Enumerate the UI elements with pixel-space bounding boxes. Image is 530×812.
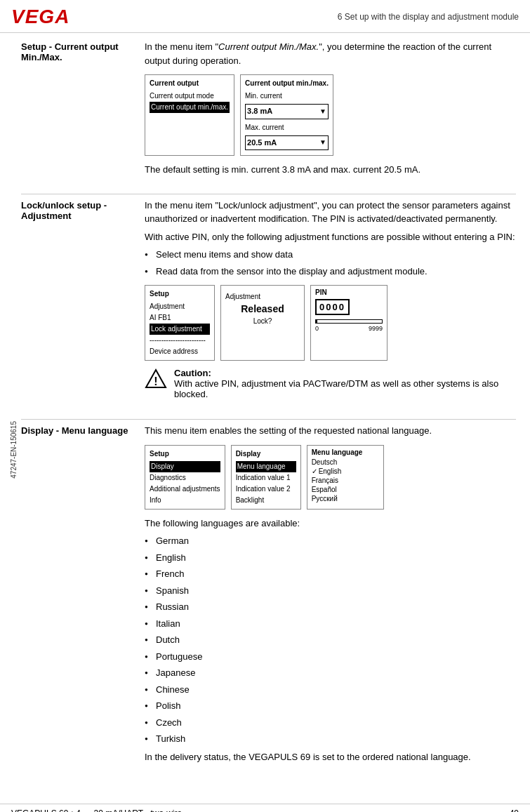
languages-intro: The following languages are available: (145, 517, 516, 531)
lang-item-japanese: Japanese (145, 666, 516, 680)
pin-range: 0 9999 (315, 325, 383, 332)
lock-intro: In the menu item "Lock/unlock adjustment… (145, 199, 516, 226)
lock-bullet-2: Read data from the sensor into the displ… (145, 265, 516, 279)
section-body-lock: In the menu item "Lock/unlock adjustment… (145, 199, 516, 407)
lock-screenshots: Setup Adjustment AI FB1 Lock adjustment … (145, 285, 516, 361)
pin-range-max: 9999 (369, 325, 383, 332)
screen-display-menu-title: Display (236, 448, 296, 460)
lock-bullets: Select menu items and show data Read dat… (145, 248, 516, 278)
lang-item-chinese: Chinese (145, 683, 516, 697)
lang-espanol: Español (312, 485, 379, 494)
chapter-title: 6 Set up with the display and adjustment… (338, 12, 519, 22)
screen1-item1: Current output mode (150, 91, 230, 102)
lang-item-italian: Italian (145, 617, 516, 631)
screen2-max-label: Max. current (245, 122, 329, 133)
caution-text: With active PIN, adjustment via PACTware… (174, 378, 516, 399)
current-output-screenshots: Current output Current output mode Curre… (145, 74, 516, 156)
section-lock-unlock: Lock/unlock setup - Adjustment In the me… (21, 199, 516, 407)
pin-slider-bar (315, 319, 383, 324)
lang-deutsch: Deutsch (312, 458, 379, 467)
lang-item-czech: Czech (145, 716, 516, 730)
screen2-min-dropdown[interactable]: 3.8 mA ▼ (245, 104, 329, 119)
setup-item-lock-highlighted: Lock adjustment (150, 324, 210, 335)
lang-russian: Русский (312, 494, 379, 503)
divider-1 (21, 194, 516, 194)
screen-setup-display-title: Setup (150, 448, 220, 460)
menu-lang-intro: This menu item enables the setting of th… (145, 424, 516, 438)
page-header: VEGA 6 Set up with the display and adjus… (0, 0, 530, 33)
screen2-min-arrow-icon: ▼ (319, 106, 326, 117)
screen-ind-val1-item: Indication value 1 (236, 472, 296, 484)
screen-released: Adjustment Released Lock? (220, 285, 305, 361)
released-status: Released (225, 303, 300, 314)
caution-block: ! Caution: With active PIN, adjustment v… (145, 368, 516, 399)
lang-item-russian: Russian (145, 600, 516, 614)
screen2-max-dropdown[interactable]: 20.5 mA ▼ (245, 135, 329, 151)
caution-title: Caution: (174, 368, 516, 378)
screen-current-minmax: Current output min./max. Min. current 3.… (240, 74, 333, 156)
menu-lang-screen-title: Menu language (312, 448, 379, 456)
lang-item-portuguese: Portuguese (145, 650, 516, 664)
languages-list: German English French Spanish Russian It… (145, 534, 516, 746)
setup-item-adjustment: Adjustment (150, 301, 210, 312)
lang-francais: Français (312, 476, 379, 485)
vega-logo: VEGA (11, 6, 69, 28)
pin-slider-fill (316, 320, 317, 323)
main-content: Setup - Current output Min./Max. In the … (0, 33, 530, 812)
current-output-intro: In the menu item "Current output Min./Ma… (145, 40, 516, 67)
menu-lang-screenshots: Setup Display Diagnostics Additional adj… (145, 445, 516, 510)
screen-menu-lang-item-highlighted: Menu language (236, 461, 296, 472)
lock-bullet-1: Select menu items and show data (145, 248, 516, 262)
released-title: Adjustment (225, 293, 300, 300)
lang-item-turkish: Turkish (145, 732, 516, 746)
setup-screen-title: Setup (150, 288, 210, 300)
lang-english-label: English (319, 467, 342, 475)
section-label-current-output: Setup - Current output Min./Max. (21, 40, 133, 181)
section-body-menu-lang: This menu item enables the setting of th… (145, 424, 516, 768)
lock-intro2: With active PIN, only the following adju… (145, 230, 516, 244)
check-icon: ✓ (312, 467, 317, 475)
screen2-min-value: 3.8 mA (247, 105, 319, 118)
section-label-lock: Lock/unlock setup - Adjustment (21, 199, 133, 407)
sidebar-document-id: 47247-EN-150615 (10, 421, 18, 479)
screen-backlight-item: Backlight (236, 495, 296, 506)
caution-content: Caution: With active PIN, adjustment via… (174, 368, 516, 399)
screen2-max-value: 20.5 mA (247, 137, 319, 149)
screen2-min-label: Min. current (245, 91, 329, 102)
screen-setup-menu: Setup Adjustment AI FB1 Lock adjustment … (145, 285, 215, 361)
screen-ind-val2-item: Indication value 2 (236, 484, 296, 495)
svg-text:!: ! (154, 375, 157, 387)
divider-2 (21, 419, 516, 420)
section-menu-language: Display - Menu language This menu item e… (21, 424, 516, 768)
caution-icon: ! (145, 368, 167, 392)
screen-pin: PIN 0000 0 9999 (310, 285, 387, 361)
footer-product-name: VEGAPULS 69 • 4 … 20 mA/HART - two-wire (11, 808, 182, 812)
screen-display-item-highlighted: Display (150, 461, 220, 472)
screen2-title: Current output min./max. (245, 78, 329, 89)
lang-item-polish: Polish (145, 699, 516, 713)
screen2-max-arrow-icon: ▼ (319, 137, 326, 148)
warning-triangle-icon: ! (145, 368, 167, 390)
setup-item-aifb1: AI FB1 (150, 312, 210, 324)
setup-divider: ------------------------ (150, 335, 210, 346)
lang-item-english: English (145, 551, 516, 565)
section-current-output: Setup - Current output Min./Max. In the … (21, 40, 516, 181)
screen-display-menu: Display Menu language Indication value 1… (231, 445, 301, 510)
delivery-note: In the delivery status, the VEGAPULS 69 … (145, 750, 516, 764)
page-footer: VEGAPULS 69 • 4 … 20 mA/HART - two-wire … (0, 804, 530, 812)
current-output-footer-note: The default setting is min. current 3.8 … (145, 163, 516, 177)
screen-menu-lang-options: Menu language Deutsch ✓ English Français… (307, 445, 384, 510)
lang-item-french: French (145, 567, 516, 581)
screen-diagnostics-item: Diagnostics (150, 472, 220, 484)
lang-item-dutch: Dutch (145, 633, 516, 647)
footer-page-number: 49 (510, 808, 519, 812)
section-label-menu-lang: Display - Menu language (21, 424, 133, 768)
lang-item-spanish: Spanish (145, 584, 516, 598)
section-body-current-output: In the menu item "Current output Min./Ma… (145, 40, 516, 181)
pin-range-min: 0 (315, 325, 319, 332)
screen-info-item: Info (150, 495, 220, 506)
lang-item-german: German (145, 534, 516, 548)
screen-setup-display: Setup Display Diagnostics Additional adj… (145, 445, 225, 510)
screen1-item2-highlighted: Current output min./max. (150, 102, 230, 113)
pin-title: PIN (315, 288, 383, 296)
